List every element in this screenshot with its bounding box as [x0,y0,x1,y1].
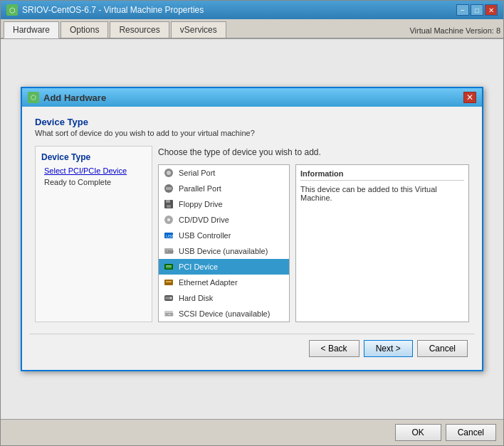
tab-hardware[interactable]: Hardware [4,21,59,38]
cd-dvd-drive-icon [163,214,174,225]
cd-dvd-drive-label: CD/DVD Drive [179,216,229,224]
dialog-title-bar: ⬡ Add Hardware ✕ [22,88,482,107]
device-list-info-row: Serial Port Parallel Port [158,164,469,322]
device-item-serial-port[interactable]: Serial Port [159,165,289,181]
device-item-hard-disk[interactable]: Hard Disk [159,290,289,306]
device-item-pci-device[interactable]: PCI Device [159,259,289,275]
serial-port-label: Serial Port [179,169,215,177]
serial-port-icon [163,167,174,179]
bottom-cancel-button[interactable]: Cancel [446,424,496,441]
device-type-description: What sort of device do you wish to add t… [35,129,469,137]
dialog-content: Device Type Select PCI/PCIe Device Ready… [29,146,475,322]
device-item-cd-dvd-drive[interactable]: CD/DVD Drive [159,212,289,228]
floppy-drive-label: Floppy Drive [179,200,223,208]
device-item-usb-controller[interactable]: USB USB Controller [159,228,289,243]
title-bar-left: ⬡ SRIOV-CentOS-6.7 - Virtual Machine Pro… [6,4,204,16]
usb-controller-icon: USB [163,230,174,241]
maximize-button[interactable]: □ [471,4,483,16]
back-button[interactable]: < Back [309,340,359,357]
floppy-drive-icon [163,198,174,210]
sidebar-item-select-pci[interactable]: Select PCI/PCIe Device [41,165,146,176]
svg-rect-14 [166,265,172,267]
usb-device-label: USB Device (unavailable) [179,247,268,255]
choose-device-text: Choose the type of device you wish to ad… [158,146,469,159]
svg-rect-6 [167,205,171,208]
vm-version-label: Virtual Machine Version: 8 [409,26,500,38]
bottom-bar: OK Cancel [1,419,503,445]
svg-rect-3 [166,187,172,190]
dialog-close-button[interactable]: ✕ [463,92,476,103]
info-box: Information This device can be added to … [295,164,469,322]
device-list[interactable]: Serial Port Parallel Port [158,164,290,322]
scsi-device-label: SCSI Device (unavailable) [179,309,270,318]
dialog-title-text: Add Hardware [43,92,106,103]
device-item-scsi-device[interactable]: SCSI SCSI Device (unavailable) [159,306,289,322]
minimize-button[interactable]: − [456,4,469,16]
tab-options[interactable]: Options [61,21,108,38]
svg-point-1 [167,171,171,175]
info-box-text: This device can be added to this Virtual… [300,185,464,202]
device-item-floppy-drive[interactable]: Floppy Drive [159,196,289,212]
svg-rect-17 [166,281,172,282]
vm-icon: ⬡ [6,4,18,16]
parallel-port-icon [163,183,174,194]
svg-rect-15 [166,267,172,268]
usb-device-icon: USB [163,245,174,257]
svg-text:SCSI: SCSI [165,312,174,317]
svg-rect-5 [166,200,170,203]
main-content-area: ⬡ Add Hardware ✕ Device Type What sort o… [1,39,503,419]
main-window: ⬡ SRIOV-CentOS-6.7 - Virtual Machine Pro… [0,0,504,446]
ethernet-adapter-icon [163,277,174,288]
hard-disk-icon [163,292,174,304]
tab-resources[interactable]: Resources [110,21,169,38]
hard-disk-label: Hard Disk [179,294,213,302]
dialog-body: Device Type What sort of device do you w… [22,107,482,370]
device-type-title: Device Type [35,117,469,127]
sidebar-item-ready-to-complete[interactable]: Ready to Complete [41,176,146,188]
pci-device-label: PCI Device [179,262,218,271]
svg-text:USB: USB [166,234,174,238]
wizard-sidebar: Device Type Select PCI/PCIe Device Ready… [35,146,152,322]
dialog-footer: < Back Next > Cancel [29,334,475,363]
ok-button[interactable]: OK [395,424,441,441]
tab-bar: Hardware Options Resources vServices Vir… [1,19,503,39]
window-title: SRIOV-CentOS-6.7 - Virtual Machine Prope… [22,5,204,15]
tab-vservices[interactable]: vServices [171,21,226,38]
main-panel: Choose the type of device you wish to ad… [158,146,469,322]
next-button[interactable]: Next > [364,340,413,357]
parallel-port-label: Parallel Port [179,184,221,193]
sidebar-title: Device Type [41,152,146,162]
title-bar-controls: − □ ✕ [456,4,498,16]
window-close-button[interactable]: ✕ [485,4,498,16]
info-box-title: Information [300,169,464,181]
device-item-usb-device[interactable]: USB USB Device (unavailable) [159,243,289,259]
ethernet-adapter-label: Ethernet Adapter [179,278,238,287]
svg-point-20 [170,297,172,299]
scsi-device-icon: SCSI [163,308,174,319]
device-type-header: Device Type What sort of device do you w… [29,114,475,140]
svg-point-8 [167,218,170,221]
title-bar: ⬡ SRIOV-CentOS-6.7 - Virtual Machine Pro… [1,1,503,19]
usb-controller-label: USB Controller [179,231,231,240]
cancel-button[interactable]: Cancel [417,340,468,357]
pci-device-icon [163,261,174,272]
add-hardware-dialog: ⬡ Add Hardware ✕ Device Type What sort o… [21,87,483,371]
svg-text:USB: USB [166,250,174,254]
device-item-parallel-port[interactable]: Parallel Port [159,181,289,196]
dialog-title-left: ⬡ Add Hardware [28,92,106,103]
device-item-ethernet-adapter[interactable]: Ethernet Adapter [159,275,289,290]
dialog-icon: ⬡ [28,92,39,103]
